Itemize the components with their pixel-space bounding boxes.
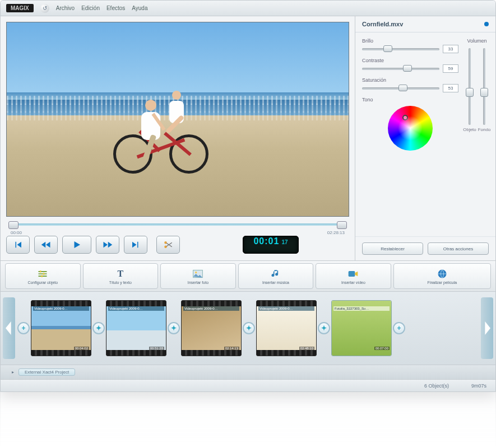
range-start-label: 00:00 bbox=[11, 230, 22, 235]
range-end-label: 02:28:13 bbox=[327, 230, 345, 235]
range-start-handle[interactable] bbox=[8, 221, 18, 229]
panel-title: Cornfield.mxv bbox=[362, 21, 403, 27]
undo-icon[interactable]: ↺ bbox=[40, 4, 49, 13]
clip-3[interactable]: Videoprojekt 2009-0… 02:14:13 bbox=[181, 300, 242, 356]
clip-time: 00:51:28 bbox=[149, 347, 164, 350]
clip-2[interactable]: Videoprojekt 2009-0… 00:51:28 bbox=[106, 300, 166, 356]
svg-rect-2 bbox=[41, 275, 43, 277]
timecode-display: 00:01 17 bbox=[243, 236, 299, 254]
transition-button[interactable]: ✦ bbox=[243, 322, 255, 334]
svg-rect-5 bbox=[349, 271, 355, 277]
timecode-frames: 17 bbox=[281, 239, 288, 245]
clip-4[interactable]: Videoprojekt 2009-0… 02:48:10 bbox=[256, 300, 317, 356]
clip-time: 00:07:00 bbox=[374, 347, 390, 350]
preview-frame bbox=[7, 22, 349, 216]
finalizar-pelicula-button[interactable]: Finalizar película bbox=[393, 263, 491, 289]
transport-controls: 00:01 17 bbox=[1, 230, 355, 260]
rewind-button[interactable] bbox=[34, 236, 58, 254]
add-before-button[interactable]: + bbox=[17, 322, 30, 334]
volume-fondo-label: Fondo bbox=[478, 127, 491, 132]
volume-objeto-label: Objeto bbox=[463, 127, 476, 132]
forward-icon bbox=[103, 240, 113, 250]
svg-point-4 bbox=[195, 271, 197, 273]
clip-time: 00:04:02 bbox=[74, 347, 89, 350]
status-duration: 9m07s bbox=[471, 383, 486, 389]
cut-button[interactable] bbox=[156, 236, 180, 254]
color-wheel-pointer-icon[interactable] bbox=[402, 115, 408, 120]
globe-icon bbox=[437, 268, 448, 279]
video-icon bbox=[347, 268, 359, 279]
tono-label: Tono bbox=[362, 97, 458, 102]
action-toolbar: Configurar objeto T Título y texto Inser… bbox=[1, 260, 495, 292]
brillo-label: Brillo bbox=[362, 38, 458, 44]
status-object-count: 6 Object(s) bbox=[424, 383, 449, 389]
status-dot-icon bbox=[484, 22, 489, 26]
timecode-main: 00:01 bbox=[253, 236, 279, 246]
restablecer-button[interactable]: Restablecer bbox=[362, 242, 423, 255]
skip-end-icon bbox=[131, 240, 141, 250]
storyboard-prev-button[interactable] bbox=[3, 297, 15, 359]
add-after-button[interactable]: + bbox=[393, 322, 405, 334]
clip-1[interactable]: Videoprojekt 2009-0… 00:04:02 bbox=[31, 300, 91, 356]
scissors-icon bbox=[163, 240, 173, 250]
menu-archivo[interactable]: Archivo bbox=[56, 5, 75, 11]
insertar-foto-button[interactable]: Insertar foto bbox=[160, 263, 236, 289]
svg-rect-1 bbox=[43, 273, 45, 274]
photo-icon bbox=[192, 268, 203, 279]
otras-acciones-button[interactable]: Otras acciones bbox=[428, 242, 489, 255]
menu-edicion[interactable]: Edición bbox=[81, 5, 100, 11]
clip-time: 02:48:10 bbox=[299, 347, 314, 350]
clip-label: Fotolia_3227303_Su… bbox=[333, 306, 390, 311]
contraste-slider[interactable] bbox=[362, 65, 439, 73]
preview-monitor[interactable] bbox=[6, 22, 349, 217]
range-end-handle[interactable] bbox=[337, 221, 347, 229]
menu-ayuda[interactable]: Ayuda bbox=[132, 5, 147, 11]
music-icon bbox=[270, 268, 281, 279]
project-strip: ▸ External Xact4 Project bbox=[1, 365, 495, 379]
clip-label: Videoprojekt 2009-0… bbox=[108, 306, 164, 311]
configurar-objeto-button[interactable]: Configurar objeto bbox=[5, 263, 81, 289]
fast-forward-button[interactable] bbox=[96, 236, 119, 254]
project-chip[interactable]: External Xact4 Project bbox=[18, 368, 75, 376]
chevron-left-icon bbox=[5, 321, 13, 335]
insertar-video-button[interactable]: Insertar vídeo bbox=[316, 263, 391, 289]
clip-5[interactable]: Fotolia_3227303_Su… 00:07:00 bbox=[331, 300, 392, 356]
skip-start-icon bbox=[13, 240, 23, 250]
saturacion-slider[interactable] bbox=[362, 85, 439, 92]
chevron-right-icon bbox=[483, 321, 491, 335]
goto-start-button[interactable] bbox=[6, 236, 30, 254]
rewind-icon bbox=[41, 240, 51, 250]
sliders-icon bbox=[37, 268, 48, 279]
clip-time: 02:14:13 bbox=[224, 347, 239, 350]
clip-label: Videoprojekt 2009-0… bbox=[33, 306, 89, 311]
saturacion-label: Saturación bbox=[362, 77, 458, 83]
transition-button[interactable]: ✦ bbox=[92, 322, 105, 334]
color-wheel[interactable] bbox=[388, 106, 433, 151]
goto-end-button[interactable] bbox=[124, 236, 147, 254]
transition-button[interactable]: ✦ bbox=[318, 322, 330, 334]
play-button[interactable] bbox=[62, 236, 91, 254]
clip-label: Videoprojekt 2009-0… bbox=[183, 306, 239, 311]
contraste-value: 59 bbox=[443, 64, 458, 73]
titulo-texto-button[interactable]: T Título y texto bbox=[83, 263, 159, 289]
volumen-label: Volumen bbox=[467, 38, 486, 44]
brillo-value: 33 bbox=[443, 45, 458, 53]
contraste-label: Contraste bbox=[362, 58, 458, 63]
storyboard: + Videoprojekt 2009-0… 00:04:02 ✦ Videop… bbox=[1, 292, 495, 365]
insertar-musica-button[interactable]: Insertar música bbox=[238, 263, 314, 289]
transition-button[interactable]: ✦ bbox=[168, 322, 180, 334]
properties-panel: Cornfield.mxv Brillo 33 bbox=[355, 16, 495, 260]
preview-scrubber[interactable]: 00:00 02:28:13 bbox=[6, 219, 349, 230]
brillo-slider[interactable] bbox=[362, 45, 439, 53]
menu-efectos[interactable]: Efectos bbox=[106, 5, 125, 11]
statusbar: 6 Object(s) 9m07s bbox=[1, 379, 495, 391]
volume-objeto-slider[interactable]: Objeto bbox=[465, 48, 474, 132]
storyboard-next-button[interactable] bbox=[481, 297, 493, 359]
svg-rect-0 bbox=[40, 270, 41, 272]
volume-fondo-slider[interactable]: Fondo bbox=[480, 48, 489, 132]
saturacion-value: 53 bbox=[443, 84, 458, 92]
text-icon: T bbox=[115, 268, 126, 279]
clip-label: Videoprojekt 2009-0… bbox=[258, 306, 314, 311]
play-icon bbox=[72, 240, 82, 250]
brand-badge: MAGIX bbox=[6, 4, 34, 12]
